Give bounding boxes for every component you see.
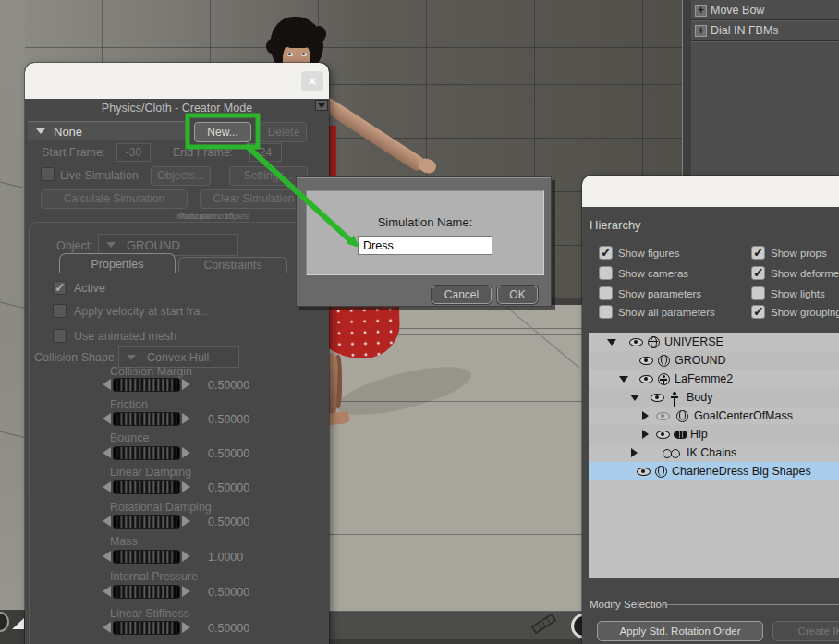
simulation-select[interactable]: None	[28, 121, 187, 140]
param-group-row[interactable]: + Dial IN FBMs	[691, 21, 839, 41]
show-all-parameters-checkbox[interactable]	[599, 305, 613, 319]
simulation-name-input[interactable]: Dress	[358, 236, 492, 255]
apply-velocity-checkbox[interactable]	[53, 304, 67, 318]
tree-label[interactable]: GoalCenterOfMass	[694, 409, 793, 422]
slider-increment-icon[interactable]	[182, 586, 190, 597]
slider-increment-icon[interactable]	[182, 413, 190, 424]
simulation-name-label: Simulation Name:	[307, 215, 543, 229]
plus-expand-icon[interactable]: +	[695, 25, 707, 37]
use-animated-mesh-label: Use animated mesh	[74, 330, 176, 343]
tab-constraints[interactable]: Constraints	[178, 257, 287, 273]
slider-increment-icon[interactable]	[182, 447, 190, 458]
tree-row-ik-chains[interactable]: IK Chains	[589, 444, 839, 462]
eye-icon[interactable]	[651, 394, 664, 402]
objects-button[interactable]: Objects...	[151, 166, 211, 186]
tree-row-charlenedress-big-shapes[interactable]: CharleneDress Big Shapes	[589, 462, 839, 480]
show-cameras-checkbox[interactable]	[599, 266, 613, 280]
physics-titlebar[interactable]: ×	[25, 63, 329, 99]
cancel-button[interactable]: Cancel	[432, 286, 492, 304]
corner-sphere-icon[interactable]	[0, 612, 9, 632]
slider-decrement-icon[interactable]	[103, 447, 111, 458]
slider-decrement-icon[interactable]	[103, 516, 111, 527]
param-group-row[interactable]: + Move Bow	[691, 1, 839, 20]
show-deformers-checkbox[interactable]	[751, 266, 765, 280]
rotational-damping-slider[interactable]	[113, 515, 180, 529]
expander-open-icon[interactable]	[630, 395, 639, 401]
apply-std-rotation-order-button[interactable]: Apply Std. Rotation Order	[597, 621, 763, 641]
dialog-inner-panel: Simulation Name: Dress	[306, 190, 544, 275]
eye-icon[interactable]	[656, 412, 670, 420]
mass-slider[interactable]	[113, 550, 180, 564]
tree-row-lafemme2[interactable]: LaFemme2	[589, 370, 839, 388]
slider-increment-icon[interactable]	[182, 516, 190, 527]
tree-row-goalcenterofmass[interactable]: GoalCenterOfMass	[589, 407, 839, 425]
delete-simulation-button[interactable]: Delete	[261, 122, 307, 142]
hierarchy-titlebar[interactable]	[582, 176, 839, 207]
tree-row-body[interactable]: Body	[589, 388, 839, 407]
chevron-down-icon	[318, 103, 325, 108]
panel-menu-icon[interactable]	[315, 100, 328, 111]
slider-label: Mass	[110, 535, 138, 548]
slider-decrement-icon[interactable]	[103, 379, 111, 390]
corner-triangle-icon[interactable]	[12, 618, 24, 629]
tree-label[interactable]: GROUND	[675, 354, 726, 367]
slider-increment-icon[interactable]	[182, 622, 190, 633]
use-animated-mesh-checkbox[interactable]	[53, 329, 67, 343]
eye-icon[interactable]	[656, 431, 670, 439]
slider-increment-icon[interactable]	[182, 481, 190, 492]
param-group-label: Dial IN FBMs	[711, 24, 779, 37]
slider-decrement-icon[interactable]	[103, 413, 111, 424]
linear-damping-slider[interactable]	[113, 480, 180, 494]
slider-decrement-icon[interactable]	[103, 586, 111, 597]
eye-icon[interactable]	[629, 338, 643, 346]
expander-closed-icon[interactable]	[642, 430, 649, 439]
collision-margin-slider[interactable]	[113, 378, 180, 392]
new-simulation-button[interactable]: New...	[194, 122, 251, 142]
tree-row-universe[interactable]: UNIVERSE	[589, 333, 839, 351]
param-group-label: Move Bow	[711, 4, 764, 17]
tree-label[interactable]: UNIVERSE	[664, 335, 723, 348]
eye-icon[interactable]	[639, 357, 653, 365]
calculate-simulation-button[interactable]: Calculate Simulation	[41, 189, 188, 209]
tree-label[interactable]: IK Chains	[687, 446, 736, 459]
slider-increment-icon[interactable]	[182, 379, 190, 390]
tree-row-hip[interactable]: Hip	[589, 425, 839, 444]
tree-label[interactable]: LaFemme2	[675, 372, 733, 385]
eye-icon[interactable]	[637, 468, 651, 476]
expander-closed-icon[interactable]	[631, 448, 638, 457]
tree-label[interactable]: Body	[687, 391, 713, 404]
expander-open-icon[interactable]	[607, 339, 616, 346]
clear-simulation-button[interactable]: Clear Simulation	[200, 189, 308, 209]
end-frame-field[interactable]: 24	[249, 143, 282, 162]
expander-closed-icon[interactable]	[642, 411, 649, 420]
slider-decrement-icon[interactable]	[103, 481, 111, 492]
show-groupings-checkbox[interactable]	[751, 305, 765, 319]
tree-label[interactable]: CharleneDress Big Shapes	[672, 465, 811, 478]
tree-label[interactable]: Hip	[690, 428, 708, 441]
start-frame-field[interactable]: -30	[116, 143, 151, 162]
expander-open-icon[interactable]	[619, 376, 628, 383]
tab-properties[interactable]: Properties	[59, 253, 176, 273]
ruler-icon[interactable]	[530, 613, 556, 634]
ok-button[interactable]: OK	[497, 286, 538, 304]
dropdown-arrow-icon	[127, 355, 136, 360]
linear-stiffness-slider[interactable]	[113, 621, 180, 635]
slider-label: Bounce	[110, 431, 149, 444]
close-icon[interactable]: ×	[301, 71, 323, 91]
internal-pressure-slider[interactable]	[113, 585, 180, 599]
slider-increment-icon[interactable]	[182, 551, 190, 562]
bounce-slider[interactable]	[113, 446, 180, 460]
show-figures-checkbox[interactable]	[599, 246, 613, 260]
show-lights-checkbox[interactable]	[751, 286, 765, 300]
live-simulation-checkbox[interactable]	[41, 167, 55, 181]
show-parameters-checkbox[interactable]	[599, 286, 613, 300]
plus-expand-icon[interactable]: +	[695, 5, 707, 17]
tree-row-ground[interactable]: GROUND	[589, 351, 839, 370]
friction-slider[interactable]	[113, 412, 180, 426]
slider-decrement-icon[interactable]	[103, 622, 111, 633]
eye-icon[interactable]	[639, 375, 653, 383]
create-ik-chain-button[interactable]: Create IK C	[772, 621, 839, 641]
active-checkbox[interactable]	[53, 281, 67, 295]
show-props-checkbox[interactable]	[751, 246, 765, 260]
slider-decrement-icon[interactable]	[103, 551, 111, 562]
